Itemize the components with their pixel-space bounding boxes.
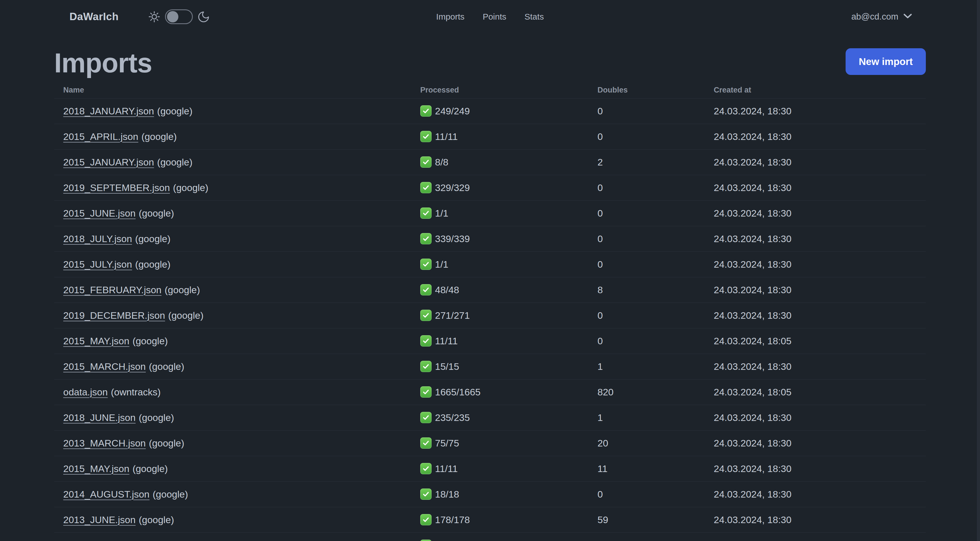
import-file-link[interactable]: 2018_JUNE.json bbox=[63, 412, 135, 423]
nav-link-imports[interactable]: Imports bbox=[436, 12, 465, 22]
doubles-count: 820 bbox=[597, 379, 713, 405]
created-at: 24.03.2024, 18:30 bbox=[713, 124, 926, 149]
doubles-count bbox=[597, 533, 713, 541]
import-source-label: (google) bbox=[142, 131, 177, 142]
import-source-label: (google) bbox=[138, 208, 174, 219]
doubles-count: 2 bbox=[597, 149, 713, 175]
import-file-link[interactable]: 2013_MARCH.json bbox=[63, 438, 146, 448]
table-row: 2015_JULY.json(google) 1/1 0 24.03.2024,… bbox=[54, 252, 926, 277]
created-at: 24.03.2024, 18:30 bbox=[713, 303, 926, 328]
import-file-link[interactable]: 2015_APRIL.json bbox=[63, 131, 138, 142]
import-source-label: (google) bbox=[165, 284, 200, 295]
success-check-icon bbox=[420, 182, 431, 193]
processed-count: 15/15 bbox=[435, 361, 459, 372]
doubles-count: 0 bbox=[597, 200, 713, 226]
doubles-count: 0 bbox=[597, 328, 713, 354]
created-at: 24.03.2024, 18:30 bbox=[713, 456, 926, 481]
processed-count: 1/1 bbox=[435, 259, 448, 270]
doubles-count: 0 bbox=[597, 481, 713, 507]
success-check-icon bbox=[420, 259, 431, 270]
processed-count: 339/339 bbox=[435, 233, 470, 244]
table-row: 2018_JUNE.json(google) 235/235 1 24.03.2… bbox=[54, 405, 926, 430]
table-row: 2015_FEBRUARY.json(google) 48/48 8 24.03… bbox=[54, 277, 926, 303]
import-file-link[interactable]: 2019_SEPTEMBER.json bbox=[63, 182, 170, 193]
app-logo[interactable]: DaWarIch bbox=[70, 11, 119, 23]
import-file-link[interactable]: odata.json bbox=[63, 386, 108, 397]
import-file-link[interactable]: 2015_JULY.json bbox=[63, 259, 132, 270]
main-nav: Imports Points Stats bbox=[436, 12, 544, 22]
table-row: 2013_MARCH.json(google) 75/75 20 24.03.2… bbox=[54, 430, 926, 456]
import-source-label: (google) bbox=[138, 412, 174, 423]
import-source-label: (google) bbox=[168, 310, 204, 321]
import-source-label: (google) bbox=[135, 233, 171, 244]
theme-toggle[interactable] bbox=[165, 10, 193, 24]
import-file-link[interactable]: 2015_MARCH.json bbox=[63, 361, 146, 372]
success-check-icon bbox=[420, 539, 431, 541]
import-file-link[interactable]: 2015_MAY.json bbox=[63, 463, 129, 474]
column-header-doubles: Doubles bbox=[597, 82, 713, 98]
table-row: 2015_MARCH.json(google) 15/15 1 24.03.20… bbox=[54, 354, 926, 379]
import-source-label: (google) bbox=[135, 259, 171, 270]
import-file-link[interactable]: 2018_JULY.json bbox=[63, 233, 132, 244]
success-check-icon bbox=[420, 488, 431, 500]
theme-toggle-group bbox=[148, 10, 210, 24]
table-row: 2018_JULY.json(google) 339/339 0 24.03.2… bbox=[54, 226, 926, 252]
nav-link-points[interactable]: Points bbox=[483, 12, 506, 22]
created-at: 24.03.2024, 18:30 bbox=[713, 98, 926, 124]
success-check-icon bbox=[420, 361, 431, 372]
toggle-knob bbox=[167, 11, 178, 22]
nav-link-stats[interactable]: Stats bbox=[525, 12, 544, 22]
created-at: 24.03.2024, 18:30 bbox=[713, 507, 926, 533]
import-file-link[interactable]: 2015_MAY.json bbox=[63, 335, 129, 346]
import-file-link[interactable]: 2014_AUGUST.json bbox=[63, 489, 150, 500]
chevron-down-icon bbox=[904, 14, 912, 20]
import-file-link[interactable]: 2015_FEBRUARY.json bbox=[63, 284, 162, 295]
imports-table: Name Processed Doubles Created at 2018_J… bbox=[54, 82, 926, 541]
processed-count: 329/329 bbox=[435, 182, 470, 193]
success-check-icon bbox=[420, 412, 431, 423]
new-import-button[interactable]: New import bbox=[846, 48, 926, 75]
created-at: 24.03.2024, 18:05 bbox=[713, 379, 926, 405]
doubles-count: 0 bbox=[597, 226, 713, 252]
processed-count: 235/235 bbox=[435, 412, 470, 423]
doubles-count: 8 bbox=[597, 277, 713, 303]
import-file-link[interactable]: 2018_JANUARY.json bbox=[63, 105, 154, 116]
user-email: ab@cd.com bbox=[851, 12, 898, 22]
doubles-count: 0 bbox=[597, 303, 713, 328]
processed-count: 11/11 bbox=[435, 463, 458, 474]
column-header-created-at: Created at bbox=[713, 82, 926, 98]
table-row: 2013_JUNE.json(google) 178/178 59 24.03.… bbox=[54, 507, 926, 533]
import-source-label: (google) bbox=[149, 361, 184, 372]
success-check-icon bbox=[420, 386, 431, 398]
created-at: 24.03.2024, 18:30 bbox=[713, 481, 926, 507]
import-file-link[interactable]: 2015_JANUARY.json bbox=[63, 157, 154, 168]
created-at: 24.03.2024, 18:30 bbox=[713, 354, 926, 379]
page-header: Imports New import bbox=[54, 48, 926, 80]
table-row: 2014_AUGUST.json(google) 18/18 0 24.03.2… bbox=[54, 481, 926, 507]
processed-count: 75/75 bbox=[435, 438, 459, 449]
table-row: 2015_JUNE.json(google) 1/1 0 24.03.2024,… bbox=[54, 200, 926, 226]
success-check-icon bbox=[420, 105, 431, 116]
page-title: Imports bbox=[54, 48, 152, 78]
import-file-link[interactable]: 2019_DECEMBER.json bbox=[63, 310, 165, 321]
table-row bbox=[54, 533, 926, 541]
scrollbar[interactable] bbox=[976, 0, 980, 541]
navbar: DaWarIch Imports Points bbox=[0, 0, 980, 34]
doubles-count: 1 bbox=[597, 405, 713, 430]
import-source-label: (google) bbox=[157, 105, 192, 116]
import-source-label: (google) bbox=[132, 463, 168, 474]
success-check-icon bbox=[420, 335, 431, 346]
processed-count: 11/11 bbox=[435, 131, 458, 142]
user-menu[interactable]: ab@cd.com bbox=[851, 12, 912, 22]
main-content: Imports New import Name Processed Double… bbox=[0, 48, 980, 541]
sun-icon bbox=[148, 11, 161, 23]
created-at: 24.03.2024, 18:30 bbox=[713, 430, 926, 456]
import-file-link[interactable]: 2015_JUNE.json bbox=[63, 208, 135, 219]
created-at bbox=[713, 533, 926, 541]
success-check-icon bbox=[420, 514, 431, 525]
import-file-link[interactable]: 2013_JUNE.json bbox=[63, 514, 135, 525]
table-row: 2015_APRIL.json(google) 11/11 0 24.03.20… bbox=[54, 124, 926, 149]
processed-count: 1/1 bbox=[435, 208, 448, 219]
table-row: 2019_SEPTEMBER.json(google) 329/329 0 24… bbox=[54, 175, 926, 200]
created-at: 24.03.2024, 18:30 bbox=[713, 252, 926, 277]
